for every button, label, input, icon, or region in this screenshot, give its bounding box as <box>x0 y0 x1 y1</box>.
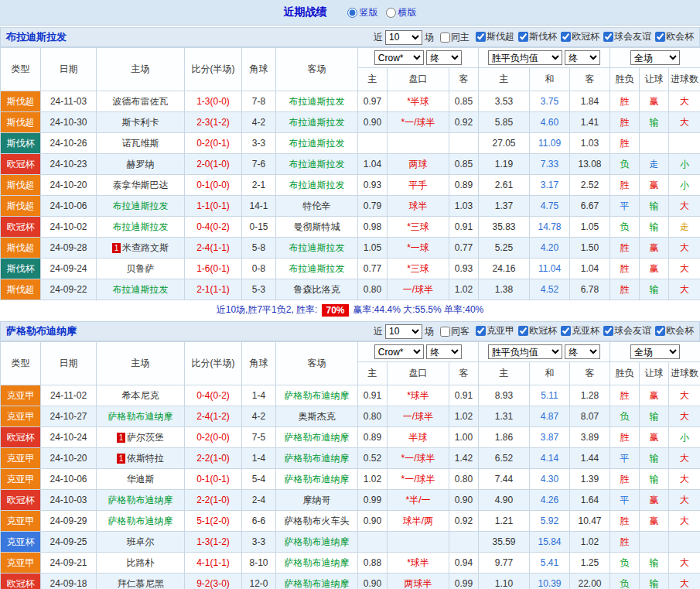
same-venue-checkbox[interactable]: 同主 <box>440 31 470 44</box>
league-badge[interactable]: 斯伐超 <box>1 175 41 196</box>
league-badge[interactable]: 克亚甲 <box>1 553 41 574</box>
league-filter-checkbox[interactable]: 克亚甲 <box>476 324 514 337</box>
league-badge[interactable]: 欧冠杯 <box>1 217 41 238</box>
home-team[interactable]: 贝鲁萨 <box>97 259 185 279</box>
league-filter-checkbox-input[interactable] <box>561 326 571 336</box>
layout-vertical-radio[interactable]: 竖版 <box>347 6 378 19</box>
league-filter-checkbox-input[interactable] <box>655 32 665 42</box>
league-filter-checkbox[interactable]: 斯伐超 <box>476 30 514 43</box>
league-filter-checkbox-input[interactable] <box>518 326 528 336</box>
home-team[interactable]: 布拉迪斯拉发 <box>97 217 185 238</box>
league-filter-checkbox[interactable]: 欧会杯 <box>655 30 694 43</box>
league-badge[interactable]: 克亚杯 <box>1 532 41 553</box>
same-venue-checkbox[interactable]: 同客 <box>440 325 470 338</box>
horizontal-radio-input[interactable] <box>386 8 396 18</box>
league-badge[interactable]: 斯伐超 <box>1 196 41 217</box>
scope-select[interactable]: 全场 <box>630 344 680 359</box>
home-team[interactable]: 1萨尔茨堡 <box>97 427 185 448</box>
layout-horizontal-radio[interactable]: 横版 <box>386 6 417 19</box>
away-team[interactable]: 布拉迪斯拉发 <box>276 238 358 259</box>
home-team[interactable]: 赫罗纳 <box>97 154 185 175</box>
home-team[interactable]: 萨格勒布迪纳摩 <box>97 406 185 427</box>
home-team[interactable]: 诺瓦维斯 <box>97 133 185 154</box>
home-team[interactable]: 布拉迪斯拉发 <box>97 196 185 217</box>
league-filter-checkbox-input[interactable] <box>603 326 613 336</box>
home-team[interactable]: 斯卡利卡 <box>97 112 185 133</box>
home-team[interactable]: 比路朴 <box>97 553 185 574</box>
match-count-select[interactable]: 10 <box>385 324 422 339</box>
league-badge[interactable]: 欧冠杯 <box>1 154 41 175</box>
league-filter-checkbox[interactable]: 欧会杯 <box>655 324 694 337</box>
home-team[interactable]: 泰拿华斯巴达 <box>97 175 185 196</box>
away-team[interactable]: 布拉迪斯拉发 <box>276 154 358 175</box>
home-team[interactable]: 希本尼克 <box>97 385 185 406</box>
league-badge[interactable]: 斯伐超 <box>1 112 41 133</box>
league-badge[interactable]: 欧冠杯 <box>1 427 41 448</box>
league-badge[interactable]: 克亚甲 <box>1 385 41 406</box>
league-filter-checkbox[interactable]: 欧冠杯 <box>518 324 557 337</box>
away-team[interactable]: 萨格勒布火车头 <box>276 511 358 532</box>
away-team[interactable]: 布拉迪斯拉发 <box>276 175 358 196</box>
home-team[interactable]: 萨格勒布迪纳摩 <box>97 511 185 532</box>
away-team[interactable]: 萨格勒布迪纳摩 <box>276 574 358 589</box>
odds-company-select[interactable]: Crow* <box>374 344 424 359</box>
team-name[interactable]: 萨格勒布迪纳摩 <box>6 324 77 338</box>
away-team[interactable]: 布拉迪斯拉发 <box>276 91 358 112</box>
league-filter-checkbox-input[interactable] <box>518 32 528 42</box>
away-team[interactable]: 布拉迪斯拉发 <box>276 259 358 279</box>
league-badge[interactable]: 斯伐杯 <box>1 133 41 154</box>
home-team[interactable]: 华迪斯 <box>97 469 185 490</box>
league-filter-checkbox[interactable]: 球会友谊 <box>603 30 651 43</box>
league-badge[interactable]: 克亚甲 <box>1 406 41 427</box>
league-filter-checkbox[interactable]: 欧冠杯 <box>561 30 599 43</box>
away-team[interactable]: 萨格勒布迪纳摩 <box>276 427 358 448</box>
league-filter-checkbox-input[interactable] <box>561 32 571 42</box>
scope-select[interactable]: 全场 <box>630 50 680 65</box>
league-filter-checkbox-input[interactable] <box>476 326 486 336</box>
away-team[interactable]: 特伦辛 <box>276 196 358 217</box>
away-team[interactable]: 萨格勒布迪纳摩 <box>276 532 358 553</box>
league-badge[interactable]: 欧冠杯 <box>1 490 41 511</box>
away-team[interactable]: 萨格勒布迪纳摩 <box>276 448 358 469</box>
league-badge[interactable]: 斯伐超 <box>1 238 41 259</box>
avg-metric-select[interactable]: 胜平负均值 <box>488 344 562 359</box>
away-team[interactable]: 萨格勒布迪纳摩 <box>276 469 358 490</box>
home-team[interactable]: 1依斯特拉 <box>97 448 185 469</box>
league-filter-checkbox[interactable]: 斯伐杯 <box>518 30 557 43</box>
home-team[interactable]: 波德布雷佐瓦 <box>97 91 185 112</box>
home-team[interactable]: 班卓尔 <box>97 532 185 553</box>
odds-company-select[interactable]: Crow* <box>374 50 424 65</box>
league-badge[interactable]: 斯伐杯 <box>1 259 41 279</box>
league-filter-checkbox-input[interactable] <box>476 32 486 42</box>
avg-metric-select[interactable]: 胜平负均值 <box>488 50 562 65</box>
match-count-select[interactable]: 10 <box>385 30 422 45</box>
league-badge[interactable]: 斯伐超 <box>1 279 41 300</box>
same-venue-checkbox-input[interactable] <box>440 33 450 43</box>
away-team[interactable]: 曼彻斯特城 <box>276 217 358 238</box>
league-badge[interactable]: 斯伐超 <box>1 91 41 112</box>
league-filter-checkbox[interactable]: 球会友谊 <box>603 324 651 337</box>
league-filter-checkbox-input[interactable] <box>603 32 613 42</box>
away-team[interactable]: 鲁森比洛克 <box>276 279 358 300</box>
home-team[interactable]: 萨格勒布迪纳摩 <box>97 490 185 511</box>
away-team[interactable]: 萨格勒布迪纳摩 <box>276 385 358 406</box>
league-badge[interactable]: 克亚甲 <box>1 511 41 532</box>
league-badge[interactable]: 克亚甲 <box>1 469 41 490</box>
home-team[interactable]: 拜仁慕尼黑 <box>97 574 185 589</box>
away-team[interactable]: 奥斯杰克 <box>276 406 358 427</box>
team-name[interactable]: 布拉迪斯拉发 <box>6 30 67 44</box>
home-team[interactable]: 布拉迪斯拉发 <box>97 279 185 300</box>
odds-final-select[interactable]: 终 <box>426 50 462 65</box>
league-badge[interactable]: 欧冠杯 <box>1 574 41 589</box>
league-badge[interactable]: 克亚甲 <box>1 448 41 469</box>
odds-final-select[interactable]: 终 <box>426 344 462 359</box>
away-team[interactable]: 萨格勒布迪纳摩 <box>276 553 358 574</box>
vertical-radio-input[interactable] <box>347 8 357 18</box>
league-filter-checkbox-input[interactable] <box>655 326 665 336</box>
same-venue-checkbox-input[interactable] <box>440 327 450 337</box>
away-team[interactable]: 布拉迪斯拉发 <box>276 112 358 133</box>
avg-final-select[interactable]: 终 <box>565 50 600 65</box>
away-team[interactable]: 摩纳哥 <box>276 490 358 511</box>
avg-final-select[interactable]: 终 <box>565 344 600 359</box>
away-team[interactable]: 布拉迪斯拉发 <box>276 133 358 154</box>
